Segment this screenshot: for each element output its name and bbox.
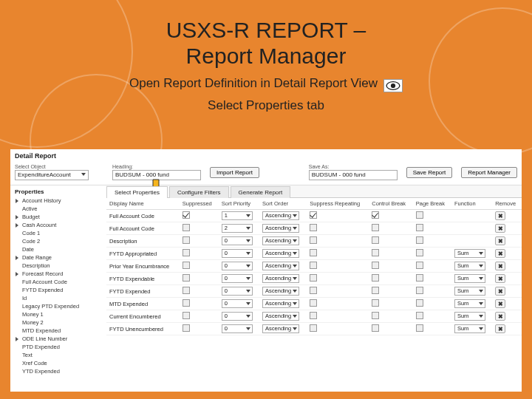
checkbox[interactable] xyxy=(416,312,423,319)
dropdown[interactable]: 0 xyxy=(222,236,253,245)
checkbox[interactable] xyxy=(310,274,317,282)
checkbox[interactable] xyxy=(372,211,379,219)
dropdown[interactable]: Ascending xyxy=(262,324,299,333)
checkbox[interactable] xyxy=(372,236,379,244)
dropdown[interactable]: 0 xyxy=(222,274,253,283)
sidebar-item[interactable]: Date Range xyxy=(15,253,102,262)
dropdown[interactable]: Sum xyxy=(454,274,485,283)
dropdown[interactable]: Ascending xyxy=(262,274,299,283)
remove-button[interactable]: ✖ xyxy=(495,324,505,333)
save-report-button[interactable]: Save Report xyxy=(406,167,452,178)
tab[interactable]: Generate Report xyxy=(231,186,291,198)
checkbox[interactable] xyxy=(183,324,190,332)
sidebar-item[interactable]: Money 2 xyxy=(15,318,102,327)
tab[interactable]: Configure Filters xyxy=(169,186,229,198)
sidebar-item[interactable]: Date xyxy=(15,245,102,253)
checkbox[interactable] xyxy=(416,324,423,332)
dropdown[interactable]: Ascending xyxy=(262,312,299,321)
checkbox[interactable] xyxy=(183,262,190,269)
dropdown[interactable]: Sum xyxy=(454,262,485,270)
dropdown[interactable]: Ascending xyxy=(262,236,299,245)
checkbox[interactable] xyxy=(416,224,423,231)
dropdown[interactable]: Ascending xyxy=(262,262,299,270)
dropdown[interactable]: Sum xyxy=(454,324,485,333)
checkbox[interactable] xyxy=(416,249,423,256)
checkbox[interactable] xyxy=(310,324,317,332)
checkbox[interactable] xyxy=(310,262,317,269)
checkbox[interactable] xyxy=(372,312,379,319)
select-object-dropdown[interactable]: ExpenditureAccount xyxy=(15,170,89,180)
checkbox[interactable] xyxy=(372,287,379,294)
sidebar-item[interactable]: Xref Code xyxy=(15,359,102,367)
remove-button[interactable]: ✖ xyxy=(495,262,505,270)
checkbox[interactable] xyxy=(372,324,379,332)
save-as-input[interactable]: BUDSUM - 000 fund xyxy=(309,170,398,180)
checkbox[interactable] xyxy=(310,287,317,294)
dropdown[interactable]: Sum xyxy=(454,312,485,321)
checkbox[interactable] xyxy=(310,211,317,219)
checkbox[interactable] xyxy=(310,224,317,231)
remove-button[interactable]: ✖ xyxy=(495,236,505,245)
checkbox[interactable] xyxy=(183,249,190,256)
dropdown[interactable]: Sum xyxy=(454,287,485,296)
import-report-button[interactable]: Import Report xyxy=(210,167,259,178)
checkbox[interactable] xyxy=(183,224,190,231)
tab[interactable]: Select Properties xyxy=(106,186,168,198)
checkbox[interactable] xyxy=(372,224,379,231)
checkbox[interactable] xyxy=(183,287,190,294)
remove-button[interactable]: ✖ xyxy=(495,287,505,296)
dropdown[interactable]: 0 xyxy=(222,287,253,296)
remove-button[interactable]: ✖ xyxy=(495,274,505,283)
sidebar-item[interactable]: Full Account Code xyxy=(15,278,102,286)
sidebar-item[interactable]: Description xyxy=(15,262,102,270)
sidebar-item[interactable]: FYTD Expended xyxy=(15,286,102,294)
dropdown[interactable]: 0 xyxy=(222,299,253,308)
dropdown[interactable]: Ascending xyxy=(262,211,299,220)
remove-button[interactable]: ✖ xyxy=(495,224,505,233)
checkbox[interactable] xyxy=(183,312,190,319)
sidebar-item[interactable]: Account History xyxy=(15,197,102,205)
sidebar-item[interactable]: Active xyxy=(15,205,102,213)
sidebar-item[interactable]: Money 1 xyxy=(15,310,102,318)
checkbox[interactable] xyxy=(416,236,423,244)
dropdown[interactable]: 1 xyxy=(222,211,253,220)
checkbox[interactable] xyxy=(183,299,190,307)
sidebar-item[interactable]: Code 2 xyxy=(15,237,102,245)
sidebar-item[interactable]: Forecast Record xyxy=(15,270,102,278)
sidebar-item[interactable]: Cash Account xyxy=(15,221,102,229)
checkbox[interactable] xyxy=(310,249,317,256)
remove-button[interactable]: ✖ xyxy=(495,249,505,258)
sidebar-item[interactable]: PTD Expended xyxy=(15,343,102,351)
sidebar-item[interactable]: ODE Line Number xyxy=(15,335,102,343)
remove-button[interactable]: ✖ xyxy=(495,211,505,220)
dropdown[interactable]: 2 xyxy=(222,224,253,233)
dropdown[interactable]: 0 xyxy=(222,312,253,321)
checkbox[interactable] xyxy=(183,211,190,219)
dropdown[interactable]: Ascending xyxy=(262,249,299,258)
remove-button[interactable]: ✖ xyxy=(495,312,505,321)
checkbox[interactable] xyxy=(372,249,379,256)
sidebar-item[interactable]: MTD Expended xyxy=(15,327,102,335)
dropdown[interactable]: Sum xyxy=(454,249,485,258)
checkbox[interactable] xyxy=(416,211,423,219)
checkbox[interactable] xyxy=(372,299,379,307)
dropdown[interactable]: Ascending xyxy=(262,287,299,296)
checkbox[interactable] xyxy=(372,262,379,269)
checkbox[interactable] xyxy=(416,299,423,307)
dropdown[interactable]: 0 xyxy=(222,249,253,258)
checkbox[interactable] xyxy=(416,287,423,294)
sidebar-item[interactable]: YTD Expended xyxy=(15,367,102,375)
checkbox[interactable] xyxy=(183,236,190,244)
dropdown[interactable]: Ascending xyxy=(262,224,299,233)
report-manager-button[interactable]: Report Manager xyxy=(461,167,517,178)
sidebar-item[interactable]: Legacy PTD Expended xyxy=(15,302,102,310)
checkbox[interactable] xyxy=(416,262,423,269)
dropdown[interactable]: 0 xyxy=(222,262,253,270)
checkbox[interactable] xyxy=(372,274,379,282)
checkbox[interactable] xyxy=(310,236,317,244)
sidebar-item[interactable]: Text xyxy=(15,351,102,359)
dropdown[interactable]: Sum xyxy=(454,299,485,308)
dropdown[interactable]: 0 xyxy=(222,324,253,333)
checkbox[interactable] xyxy=(310,299,317,307)
sidebar-item[interactable]: Budget xyxy=(15,213,102,221)
